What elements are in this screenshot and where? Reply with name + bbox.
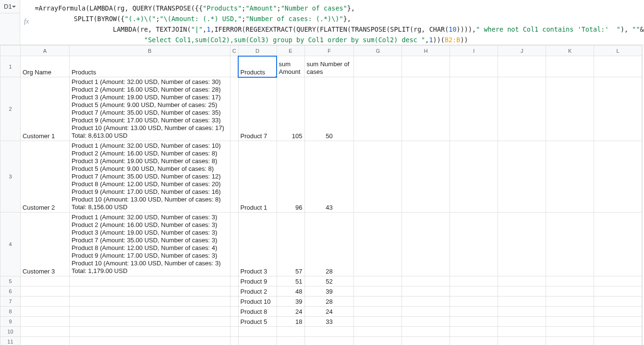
cell-B2[interactable]: Product 1 (Amount: 32.00 USD, Number of … — [69, 77, 230, 141]
row-header[interactable]: 8 — [0, 307, 21, 317]
cell-A4[interactable]: Customer 3 — [20, 213, 69, 276]
cell-C11[interactable] — [230, 337, 238, 345]
col-header-D[interactable]: D — [238, 46, 277, 56]
cell-A8[interactable] — [20, 307, 69, 317]
row-header[interactable]: 7 — [0, 297, 21, 307]
cell-A10[interactable] — [20, 327, 69, 337]
cell-E7[interactable]: 39 — [277, 297, 304, 307]
cell-L11[interactable] — [594, 337, 642, 345]
cell-F9[interactable]: 33 — [304, 317, 354, 327]
cell-I5[interactable] — [450, 276, 498, 286]
cell-J1[interactable] — [498, 56, 546, 77]
cell-D7[interactable]: Product 10 — [238, 297, 277, 307]
cell-K11[interactable] — [546, 337, 594, 345]
cell-I3[interactable] — [450, 141, 498, 213]
cell-I4[interactable] — [450, 213, 498, 276]
cell-A7[interactable] — [20, 297, 69, 307]
cell-D4[interactable]: Product 3 — [238, 213, 277, 276]
cell-K2[interactable] — [546, 77, 594, 141]
cell-L7[interactable] — [594, 297, 642, 307]
row-header[interactable]: 11 — [0, 337, 21, 345]
cell-A1[interactable]: Org Name — [20, 56, 69, 77]
col-header-I[interactable]: I — [450, 46, 498, 56]
cell-H2[interactable] — [402, 77, 450, 141]
row-header[interactable]: 5 — [0, 276, 21, 286]
cell-G11[interactable] — [354, 337, 402, 345]
cell-H7[interactable] — [402, 297, 450, 307]
cell-G8[interactable] — [354, 307, 402, 317]
cell-H8[interactable] — [402, 307, 450, 317]
cell-G4[interactable] — [354, 213, 402, 276]
col-header-L[interactable]: L — [594, 46, 642, 56]
cell-D10[interactable] — [238, 327, 277, 337]
cell-L8[interactable] — [594, 307, 642, 317]
cell-G6[interactable] — [354, 286, 402, 297]
cell-B6[interactable] — [69, 286, 230, 297]
cell-C5[interactable] — [230, 276, 238, 286]
cell-F8[interactable]: 24 — [304, 307, 354, 317]
cell-B9[interactable] — [69, 317, 230, 327]
cell-L5[interactable] — [594, 276, 642, 286]
cell-I11[interactable] — [450, 337, 498, 345]
cell-F3[interactable]: 43 — [304, 141, 354, 213]
cell-J5[interactable] — [498, 276, 546, 286]
cell-D1[interactable]: Products — [238, 56, 277, 77]
cell-B4[interactable]: Product 1 (Amount: 32.00 USD, Number of … — [69, 213, 230, 276]
cell-G3[interactable] — [354, 141, 402, 213]
col-header-K[interactable]: K — [546, 46, 594, 56]
cell-I10[interactable] — [450, 327, 498, 337]
fill-handle[interactable] — [275, 75, 277, 77]
cell-E2[interactable]: 105 — [277, 77, 304, 141]
cell-E11[interactable] — [277, 337, 304, 345]
cell-J11[interactable] — [498, 337, 546, 345]
row-header[interactable]: 6 — [0, 286, 21, 297]
cell-C6[interactable] — [230, 286, 238, 297]
col-header-G[interactable]: G — [354, 46, 402, 56]
cell-C1[interactable] — [230, 56, 238, 77]
cell-I7[interactable] — [450, 297, 498, 307]
cell-G9[interactable] — [354, 317, 402, 327]
cell-B5[interactable] — [69, 276, 230, 286]
row-header[interactable]: 10 — [0, 327, 21, 337]
cell-E6[interactable]: 48 — [277, 286, 304, 297]
cell-L2[interactable] — [594, 77, 642, 141]
cell-G7[interactable] — [354, 297, 402, 307]
name-box[interactable]: D1 — [0, 0, 20, 13]
cell-B1[interactable]: Products — [69, 56, 230, 77]
cell-F6[interactable]: 39 — [304, 286, 354, 297]
cell-J2[interactable] — [498, 77, 546, 141]
cell-A2[interactable]: Customer 1 — [20, 77, 69, 141]
cell-I1[interactable] — [450, 56, 498, 77]
cell-A5[interactable] — [20, 276, 69, 286]
cell-C3[interactable] — [230, 141, 238, 213]
cell-K4[interactable] — [546, 213, 594, 276]
cell-D3[interactable]: Product 1 — [238, 141, 277, 213]
cell-B7[interactable] — [69, 297, 230, 307]
cell-A11[interactable] — [20, 337, 69, 345]
cell-H3[interactable] — [402, 141, 450, 213]
cell-C4[interactable] — [230, 213, 238, 276]
cell-F7[interactable]: 28 — [304, 297, 354, 307]
cell-E9[interactable]: 18 — [277, 317, 304, 327]
col-header-J[interactable]: J — [498, 46, 546, 56]
cell-I8[interactable] — [450, 307, 498, 317]
row-header-1[interactable]: 1 — [0, 56, 21, 77]
cell-C8[interactable] — [230, 307, 238, 317]
cell-J10[interactable] — [498, 327, 546, 337]
col-header-F[interactable]: F — [304, 46, 354, 56]
cell-J9[interactable] — [498, 317, 546, 327]
cell-J4[interactable] — [498, 213, 546, 276]
cell-D8[interactable]: Product 8 — [238, 307, 277, 317]
cell-I2[interactable] — [450, 77, 498, 141]
cell-C7[interactable] — [230, 297, 238, 307]
cell-K6[interactable] — [546, 286, 594, 297]
cell-G5[interactable] — [354, 276, 402, 286]
cell-K10[interactable] — [546, 327, 594, 337]
cell-L9[interactable] — [594, 317, 642, 327]
row-header[interactable]: 2 — [0, 77, 21, 141]
row-header[interactable]: 3 — [0, 141, 21, 213]
cell-K3[interactable] — [546, 141, 594, 213]
col-header-A[interactable]: A — [20, 46, 69, 56]
formula-bar[interactable]: fx =ArrayFormula(LAMBDA(rg, QUERY(TRANSP… — [20, 0, 644, 45]
cell-K7[interactable] — [546, 297, 594, 307]
